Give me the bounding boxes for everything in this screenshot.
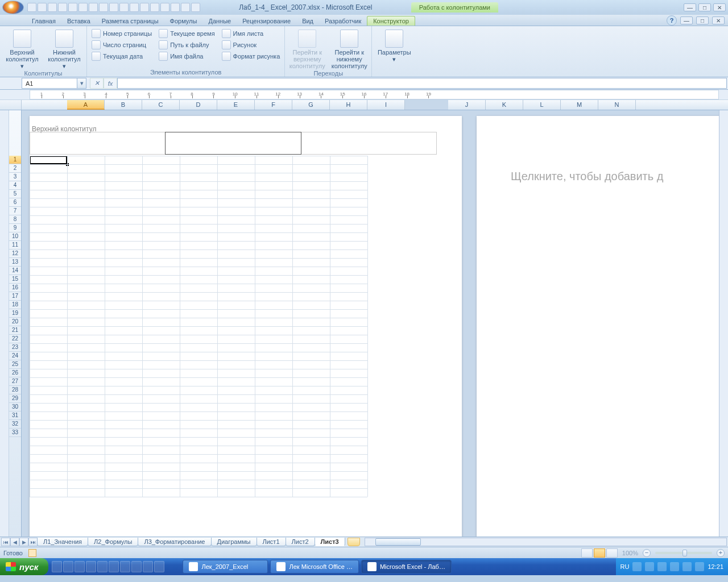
pagecount-button[interactable]: Число страниц <box>90 40 153 50</box>
language-indicator[interactable]: RU <box>621 563 630 570</box>
zoom-thumb[interactable] <box>682 550 687 556</box>
qat-btn[interactable] <box>89 3 98 12</box>
row-header[interactable]: 16 <box>9 284 21 292</box>
row-header[interactable]: 20 <box>9 318 21 326</box>
row-header[interactable]: 21 <box>9 326 21 335</box>
tab-insert[interactable]: Вставка <box>61 16 96 26</box>
row-header[interactable]: 11 <box>9 241 21 250</box>
qat-btn[interactable] <box>160 3 169 12</box>
column-header[interactable]: L <box>523 100 561 110</box>
workbook-close[interactable]: ✕ <box>712 16 725 24</box>
column-header[interactable]: H <box>330 100 367 110</box>
row-header[interactable]: 1 <box>9 156 21 164</box>
namebox-dropdown-icon[interactable]: ▾ <box>77 78 86 89</box>
quicklaunch-icon[interactable] <box>109 561 119 572</box>
tab-view[interactable]: Вид <box>296 16 319 26</box>
qat-btn[interactable] <box>78 3 88 12</box>
picture-button[interactable]: Рисунок <box>221 40 282 50</box>
quicklaunch-icon[interactable] <box>131 561 142 572</box>
taskbar-task[interactable]: Microsoft Excel - Лаб… <box>361 560 452 573</box>
row-header[interactable]: 23 <box>9 343 21 352</box>
sheet-tab[interactable]: Л3_Форматирование <box>138 538 211 546</box>
quicklaunch-icon[interactable] <box>86 561 96 572</box>
header-center-box[interactable] <box>165 132 301 155</box>
start-button[interactable]: пуск <box>0 558 48 575</box>
tab-nav-prev-icon[interactable]: ◀ <box>10 538 19 546</box>
qat-undo-icon[interactable] <box>38 3 47 12</box>
column-header[interactable]: A <box>67 100 105 110</box>
quicklaunch-icon[interactable] <box>143 561 153 572</box>
view-pagelayout-button[interactable] <box>594 548 605 558</box>
workbook-minimize[interactable]: — <box>680 16 693 24</box>
qat-btn[interactable] <box>68 3 77 12</box>
column-header[interactable]: F <box>255 100 292 110</box>
tab-data[interactable]: Данные <box>202 16 237 26</box>
row-header[interactable]: 28 <box>9 386 21 394</box>
column-header[interactable]: M <box>561 100 598 110</box>
tab-design-context[interactable]: Конструктор <box>367 16 415 26</box>
minimize-button[interactable]: — <box>684 3 696 11</box>
column-header[interactable]: G <box>292 100 330 110</box>
qat-btn[interactable] <box>181 3 190 12</box>
formatpicture-button[interactable]: Формат рисунка <box>221 51 282 61</box>
row-header[interactable]: 7 <box>9 207 21 215</box>
row-header[interactable]: 6 <box>9 198 21 207</box>
zoom-out-button[interactable]: − <box>643 549 651 557</box>
options-button[interactable]: Параметры▾ <box>375 28 413 75</box>
row-header[interactable]: 32 <box>9 420 21 429</box>
qat-redo-icon[interactable] <box>48 3 57 12</box>
qat-dropdown-icon[interactable] <box>191 3 200 12</box>
tab-developer[interactable]: Разработчик <box>319 16 367 26</box>
quicklaunch-icon[interactable] <box>154 561 164 572</box>
header-left-box[interactable] <box>30 132 166 154</box>
header-button[interactable]: Верхний колонтитул ▾ <box>3 28 41 69</box>
tab-home[interactable]: Главная <box>26 16 61 26</box>
row-header[interactable]: 19 <box>9 309 21 318</box>
name-box[interactable]: A1 <box>22 78 77 89</box>
row-header[interactable]: 18 <box>9 301 21 309</box>
row-header[interactable]: 5 <box>9 190 21 198</box>
horizontal-scrollbar[interactable] <box>365 538 727 546</box>
row-header[interactable]: 29 <box>9 394 21 403</box>
qat-save-icon[interactable] <box>27 3 36 12</box>
row-header[interactable]: 15 <box>9 275 21 284</box>
goto-footer-button[interactable]: Перейти к нижнему колонтитулу <box>330 28 368 69</box>
fx-icon[interactable]: fx <box>104 78 117 89</box>
header-right-box[interactable] <box>301 132 436 154</box>
tray-icon[interactable] <box>670 562 679 571</box>
column-header[interactable]: N <box>598 100 636 110</box>
row-header[interactable]: 25 <box>9 360 21 369</box>
tab-formulas[interactable]: Формулы <box>164 16 203 26</box>
tab-nav-last-icon[interactable]: ⏭ <box>28 538 38 546</box>
sheet-tab[interactable]: Диаграммы <box>211 538 257 546</box>
qat-btn[interactable] <box>130 3 139 12</box>
row-header[interactable]: 27 <box>9 377 21 386</box>
row-header[interactable]: 13 <box>9 258 21 267</box>
row-header[interactable]: 22 <box>9 335 21 343</box>
clock[interactable]: 12:21 <box>708 563 723 570</box>
zoom-slider[interactable] <box>655 552 712 554</box>
row-header[interactable]: 17 <box>9 292 21 301</box>
qat-btn[interactable] <box>119 3 129 12</box>
formula-input[interactable] <box>117 78 727 89</box>
qat-btn[interactable] <box>58 3 67 12</box>
row-header[interactable]: 30 <box>9 403 21 411</box>
horizontal-ruler[interactable]: 12345678910111213141516171819 <box>30 90 719 99</box>
currenttime-button[interactable]: Текущее время <box>158 28 216 39</box>
tray-icon[interactable] <box>632 562 642 571</box>
sheet-tab[interactable]: Лист3 <box>315 538 345 546</box>
macro-record-icon[interactable] <box>28 549 36 557</box>
vertical-scrollbar[interactable] <box>719 110 728 537</box>
row-header[interactable]: 2 <box>9 164 21 173</box>
quicklaunch-icon[interactable] <box>120 561 130 572</box>
pagenumber-button[interactable]: Номер страницы <box>90 28 153 39</box>
sheet-tab[interactable]: Л1_Значения <box>37 538 88 546</box>
column-header[interactable]: K <box>486 100 523 110</box>
new-sheet-button[interactable] <box>348 538 360 546</box>
tray-icon[interactable] <box>645 562 654 571</box>
taskbar-task[interactable]: Лек Microsoft Office … <box>270 560 358 573</box>
qat-btn[interactable] <box>109 3 118 12</box>
row-header[interactable]: 9 <box>9 224 21 232</box>
quicklaunch-icon[interactable] <box>97 561 107 572</box>
footer-button[interactable]: Нижний колонтитул ▾ <box>46 28 83 69</box>
